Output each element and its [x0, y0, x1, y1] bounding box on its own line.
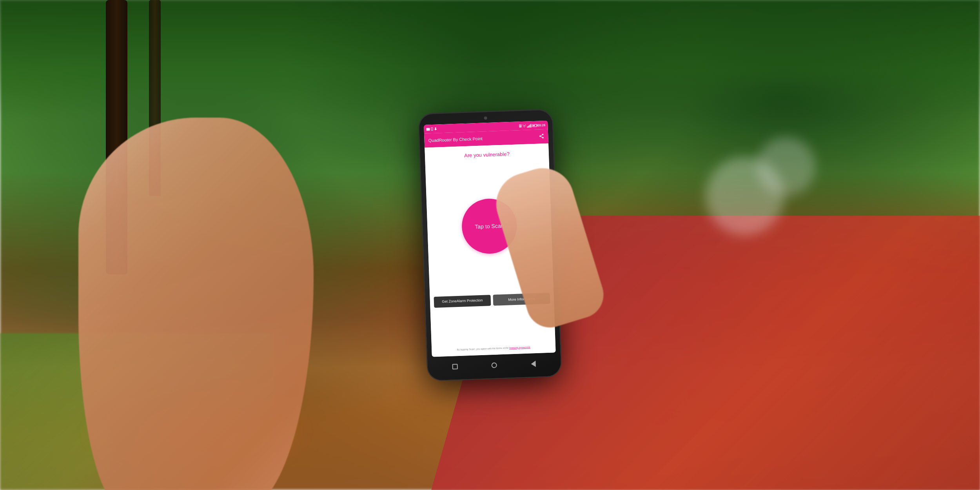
- svg-point-0: [542, 134, 544, 135]
- foliage-overlay: [0, 0, 980, 118]
- disclaimer-text: By tapping 'Scan', you agree with the te…: [457, 347, 510, 351]
- status-time: 20:26: [537, 123, 546, 127]
- scan-button-label: Tap to Scan: [475, 223, 504, 230]
- status-icons-right: 20:26: [519, 123, 546, 127]
- vibrate-icon: [519, 124, 521, 127]
- phone-nav: [427, 354, 561, 377]
- hand: [78, 118, 314, 490]
- svg-line-3: [541, 136, 542, 137]
- battery-fill: [533, 125, 535, 126]
- share-icon[interactable]: [539, 133, 544, 140]
- camera-dot: [484, 116, 487, 120]
- svg-point-1: [539, 135, 541, 137]
- nav-home-button[interactable]: [490, 361, 498, 369]
- phone-device: 20:26 QuadRooter By Check Point: [419, 109, 561, 380]
- notification-icon: [426, 128, 430, 131]
- svg-line-4: [541, 134, 542, 135]
- svg-point-2: [542, 137, 544, 138]
- status-icons-left: [426, 127, 437, 131]
- vulnerability-question: Are you vulnerable?: [464, 151, 510, 158]
- nav-triangle-icon: [531, 361, 536, 367]
- nav-square-icon: [452, 364, 458, 369]
- disclaimer-link[interactable]: licensing agreement: [509, 346, 530, 349]
- light-orb-2: [757, 137, 815, 196]
- signal-icon: [527, 124, 531, 127]
- app-title: QuadRooter By Check Point: [428, 136, 483, 143]
- download-icon: [434, 127, 437, 131]
- nav-recents-button[interactable]: [451, 363, 459, 371]
- disclaimer: By tapping 'Scan', you agree with the te…: [457, 345, 530, 351]
- bluetooth-icon: [431, 127, 433, 131]
- battery-icon: [532, 124, 537, 127]
- nav-circle-icon: [491, 363, 497, 368]
- nav-back-button[interactable]: [529, 360, 537, 368]
- wifi-icon: [522, 124, 526, 127]
- zone-alarm-button[interactable]: Get ZoneAlarm Protection: [434, 295, 491, 308]
